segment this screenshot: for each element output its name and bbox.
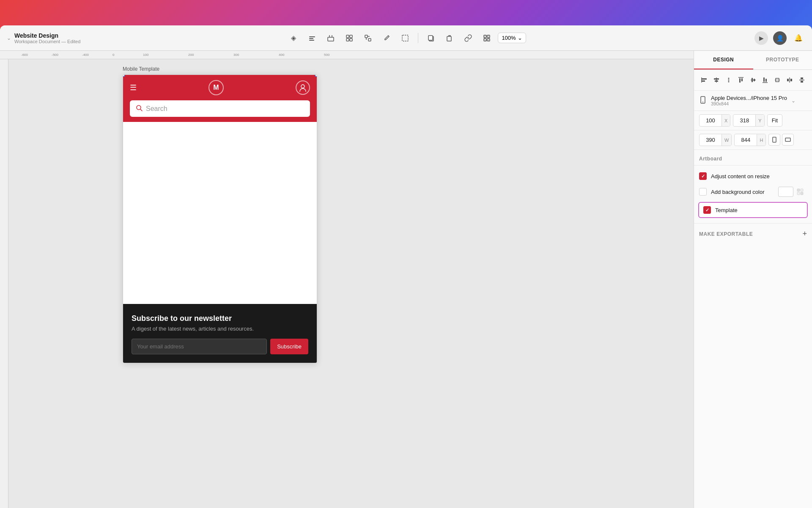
toolbar-pencil-btn[interactable]: [379, 30, 394, 46]
bell-icon: 🔔: [794, 34, 803, 42]
make-exportable-label: MAKE EXPORTABLE: [699, 231, 753, 237]
template-row: Template: [698, 202, 808, 218]
toolbar-connect-btn[interactable]: [360, 30, 376, 46]
landscape-button[interactable]: [782, 134, 794, 146]
toolbar-group-btn[interactable]: [479, 30, 494, 46]
app-title: Website Design: [14, 32, 80, 39]
dimension-row: W H: [694, 130, 812, 150]
bg-color-swatch[interactable]: [778, 187, 793, 197]
svg-rect-19: [487, 35, 490, 38]
svg-rect-16: [428, 36, 433, 40]
mobile-nav: ☰ M: [130, 80, 310, 95]
mobile-header: ☰ M: [123, 75, 317, 122]
adjust-content-row: Adjust content on resize: [694, 169, 812, 183]
ruler-tick-500: 500: [324, 53, 329, 57]
align-middle-btn[interactable]: [748, 74, 758, 86]
toolbar-link-btn[interactable]: [461, 30, 476, 46]
align-bottom-btn[interactable]: [760, 74, 771, 86]
w-input[interactable]: [700, 134, 721, 146]
y-label: Y: [755, 115, 764, 126]
tab-design[interactable]: DESIGN: [694, 51, 753, 69]
svg-rect-8: [346, 39, 349, 41]
search-icon: [136, 105, 143, 113]
hamburger-icon[interactable]: ☰: [130, 83, 137, 92]
toolbar-grid-btn[interactable]: [342, 30, 357, 46]
svg-point-34: [728, 81, 729, 83]
user-icon: 👤: [776, 35, 784, 41]
ruler-tick-200: 200: [188, 53, 194, 57]
color-picker-icon[interactable]: [797, 188, 804, 195]
y-field[interactable]: Y: [733, 114, 764, 127]
align-distribute-btn[interactable]: [784, 74, 795, 86]
plus-icon: +: [802, 229, 807, 238]
app-window: ⌄ Website Design Workspace Document — Ed…: [0, 25, 812, 508]
svg-rect-56: [797, 189, 800, 191]
ruler-tick-100: 100: [143, 53, 148, 57]
color-swatch-row: [775, 187, 807, 197]
make-exportable-section[interactable]: MAKE EXPORTABLE +: [694, 223, 812, 244]
h-label: H: [757, 134, 765, 146]
mobile-frame[interactable]: ☰ M: [123, 75, 317, 363]
toolbar-frame-btn[interactable]: [323, 30, 338, 46]
device-selector[interactable]: Apple Devices.../iPhone 15 Pro 390x844 ⌄: [694, 91, 812, 111]
h-field[interactable]: H: [734, 134, 766, 146]
svg-point-53: [702, 102, 703, 102]
toolbar-separator: [418, 33, 418, 43]
svg-rect-6: [346, 35, 349, 38]
newsletter-form: Subscribe: [132, 339, 308, 354]
bell-button[interactable]: 🔔: [792, 31, 805, 45]
zoom-value: 100%: [502, 35, 516, 41]
toolbar-select-btn[interactable]: [398, 30, 413, 46]
ruler-vertical: [0, 59, 8, 508]
y-input[interactable]: [733, 115, 755, 126]
align-top-btn[interactable]: [735, 74, 746, 86]
toolbar-align-btn[interactable]: [304, 30, 320, 46]
fit-button[interactable]: Fit: [767, 114, 782, 127]
align-vdistribute-btn[interactable]: [796, 74, 807, 86]
svg-rect-58: [797, 192, 800, 195]
add-bg-color-checkbox[interactable]: [699, 188, 707, 196]
w-label: W: [721, 134, 731, 146]
toolbar-copy-btn[interactable]: [423, 30, 439, 46]
search-bar[interactable]: Search: [130, 100, 310, 117]
w-field[interactable]: W: [699, 134, 732, 146]
add-bg-color-label: Add background color: [711, 189, 764, 195]
svg-rect-55: [785, 138, 790, 141]
h-input[interactable]: [735, 134, 757, 146]
toolbar-diamond-btn[interactable]: ◈: [286, 30, 301, 46]
svg-rect-27: [702, 80, 705, 82]
tab-prototype[interactable]: PROTOTYPE: [753, 51, 812, 69]
svg-rect-17: [447, 36, 451, 41]
adjust-content-checkbox[interactable]: [699, 172, 707, 180]
x-label: X: [721, 115, 730, 126]
user-button[interactable]: 👤: [773, 31, 787, 45]
preview-button[interactable]: ▶: [754, 31, 768, 45]
zoom-chevron-icon: ⌄: [518, 35, 522, 41]
selection-handle-tr[interactable]: [315, 75, 317, 77]
canvas-area[interactable]: -600 -500 -400 0 100 200 300 400 500 Mob…: [0, 51, 694, 508]
mobile-user-icon[interactable]: [296, 80, 310, 95]
selection-handle-tl[interactable]: [123, 75, 125, 77]
toolbar-paste-btn[interactable]: [442, 30, 457, 46]
template-checkbox[interactable]: [703, 206, 711, 214]
email-input[interactable]: [132, 339, 267, 354]
chevron-down-icon[interactable]: ⌄: [7, 35, 11, 41]
title-bar-left: ⌄ Website Design Workspace Document — Ed…: [7, 32, 91, 44]
align-dots-btn[interactable]: [724, 74, 734, 86]
align-center-btn[interactable]: [711, 74, 722, 86]
orientation-buttons: [768, 134, 794, 146]
artboard-section-header: Artboard: [694, 150, 812, 166]
x-field[interactable]: X: [699, 114, 730, 127]
title-bar: ⌄ Website Design Workspace Document — Ed…: [0, 25, 812, 51]
subscribe-button[interactable]: Subscribe: [270, 339, 308, 354]
app-subtitle: Workspace Document — Edited: [14, 39, 80, 44]
x-input[interactable]: [700, 115, 721, 126]
align-left-btn[interactable]: [699, 74, 710, 86]
zoom-control[interactable]: 100% ⌄: [498, 33, 526, 43]
align-stretch-btn[interactable]: [772, 74, 783, 86]
svg-rect-7: [350, 35, 352, 38]
svg-rect-36: [741, 78, 743, 81]
main-area: -600 -500 -400 0 100 200 300 400 500 Mob…: [0, 51, 812, 508]
svg-point-33: [728, 80, 729, 81]
portrait-button[interactable]: [768, 134, 780, 146]
